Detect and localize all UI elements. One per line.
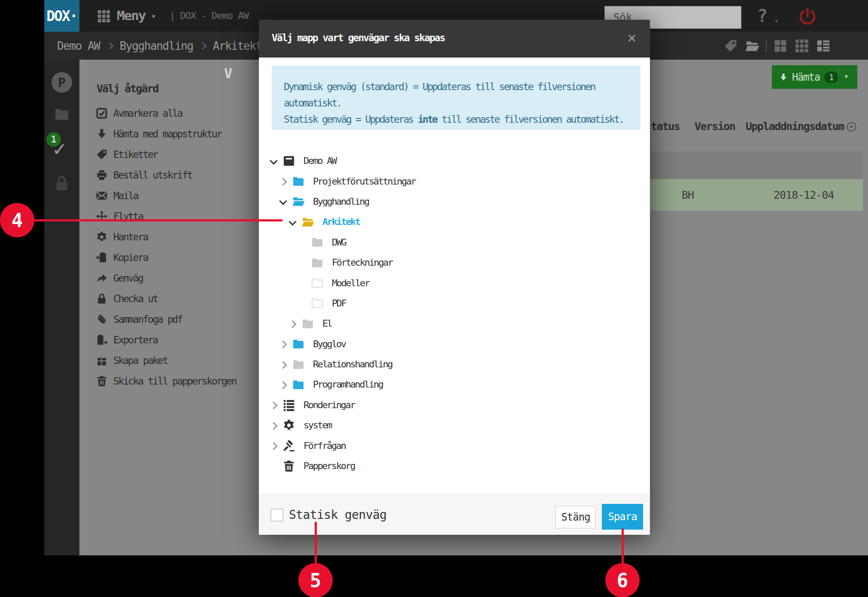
column-header-status[interactable]: tatus: [651, 120, 680, 133]
action-menu-item[interactable]: Skapa paket: [95, 350, 258, 371]
chevron-right-icon[interactable]: [269, 400, 278, 409]
lock-rail-icon[interactable]: [52, 174, 71, 193]
chevron-down-icon[interactable]: [288, 218, 297, 226]
tree-item[interactable]: Modeller: [269, 273, 638, 293]
screenshot-stage: DOX· Meny ▾ | DOX - Demo AW ? ▾ Demo AWB…: [0, 0, 868, 597]
action-menu-item-label: Etiketter: [113, 149, 158, 160]
project-icon[interactable]: P: [52, 72, 72, 93]
action-menu-item-label: Skicka till papperskorgen: [113, 376, 236, 387]
action-menu-list: Avmarkera allaHämta med mappstrukturEtik…: [95, 103, 258, 391]
tree-item[interactable]: system: [269, 415, 638, 435]
tree-item[interactable]: Förfrågan: [269, 435, 638, 455]
action-menu-item[interactable]: Flytta: [95, 206, 258, 227]
grid-view-icon[interactable]: [773, 38, 788, 54]
column-header-upload-date[interactable]: Uppladdningsdatum: [746, 120, 844, 133]
action-menu-item[interactable]: Genväg: [95, 268, 258, 288]
help-caret-icon[interactable]: ▾: [774, 17, 778, 25]
action-menu-item[interactable]: Kopiera: [95, 247, 258, 268]
view-toolbar: [723, 38, 831, 54]
close-button[interactable]: Stäng: [555, 506, 596, 528]
info-line2-pre: Statisk genväg = Uppdateras: [284, 114, 418, 125]
tree-item[interactable]: PDF: [269, 293, 638, 313]
action-menu-item[interactable]: Hantera: [95, 227, 258, 247]
annotation-circle-5: 5: [298, 563, 333, 597]
action-menu-item-label: Hämta med mappstruktur: [113, 128, 222, 139]
tree-item-label: El: [322, 318, 332, 329]
action-menu-item[interactable]: Hämta med mappstruktur: [95, 124, 258, 144]
list-view-icon[interactable]: [816, 38, 831, 54]
selection-count-badge: 1: [46, 132, 61, 147]
download-caret-icon[interactable]: ▾: [844, 72, 849, 81]
info-line2-post: till senaste filversionen automatiskt.: [437, 114, 624, 125]
action-menu-title: Välj åtgärd: [97, 82, 158, 95]
shortcut-folder-modal: Välj mapp vart genvägar ska skapas × Dyn…: [259, 20, 650, 535]
help-icon[interactable]: ?: [757, 6, 768, 26]
folder-tree: Demo AWProjektförutsättningarBygghandlin…: [269, 151, 638, 476]
sort-caret-icon[interactable]: [846, 121, 857, 133]
folder-rail-icon[interactable]: [52, 106, 71, 123]
tree-item[interactable]: Bygghandling: [269, 191, 638, 212]
share-arrow-icon: [95, 272, 108, 285]
breadcrumb-item[interactable]: Arkitekt: [213, 39, 262, 52]
action-menu-item[interactable]: Beställ utskrift: [95, 165, 258, 185]
action-menu-item[interactable]: Skicka till papperskorgen: [95, 371, 258, 391]
chevron-down-icon[interactable]: [279, 197, 287, 206]
apps-grid-icon[interactable]: [97, 9, 111, 24]
dox-logo: DOX·: [44, 0, 79, 32]
tree-item[interactable]: Förteckningar: [269, 252, 638, 273]
folder-open-blue-icon: [291, 194, 306, 208]
action-menu-item[interactable]: Checka ut: [95, 288, 258, 309]
printer-icon: [95, 169, 108, 182]
save-button[interactable]: Spara: [602, 504, 643, 530]
action-menu-item[interactable]: Etiketter: [95, 144, 258, 165]
download-button[interactable]: Hämta 1 ▾: [772, 65, 857, 89]
download-count-badge: 1: [824, 72, 839, 83]
chevron-right-icon: [107, 43, 113, 49]
tree-item[interactable]: Ronderingar: [269, 395, 638, 415]
action-menu-item[interactable]: Maila: [95, 185, 258, 206]
chevron-right-icon: [200, 43, 206, 49]
list-icon: [281, 398, 297, 412]
download-icon: [779, 73, 788, 82]
column-header-version[interactable]: Version: [695, 120, 735, 133]
breadcrumb-item[interactable]: Bygghandling: [120, 39, 193, 52]
action-menu-item-label: Beställ utskrift: [113, 170, 192, 181]
tag-icon[interactable]: [723, 38, 738, 54]
app-title: | DOX - Demo AW: [170, 10, 249, 21]
chevron-down-icon[interactable]: [269, 157, 278, 165]
chevron-right-icon[interactable]: [279, 360, 287, 369]
power-icon[interactable]: [798, 7, 817, 27]
menu-button[interactable]: Meny: [117, 8, 146, 23]
static-shortcut-checkbox[interactable]: [270, 509, 283, 521]
tree-item[interactable]: Arkitekt: [269, 212, 638, 232]
breadcrumb-item[interactable]: Demo AW: [57, 39, 100, 52]
open-folder-icon[interactable]: [744, 38, 760, 54]
action-menu-item[interactable]: Exportera: [95, 330, 258, 350]
annotation-line-4: [33, 219, 282, 221]
tree-item[interactable]: Programhandling: [269, 374, 638, 394]
menu-caret-icon[interactable]: ▾: [151, 11, 156, 21]
action-menu-item[interactable]: Sammanfoga pdf: [95, 309, 258, 330]
folder-blue-icon: [291, 337, 306, 351]
chevron-right-icon[interactable]: [279, 177, 287, 185]
chevron-right-icon[interactable]: [269, 421, 278, 430]
thumbnail-view-icon[interactable]: [794, 38, 810, 54]
action-menu-item[interactable]: Avmarkera alla: [95, 103, 258, 124]
chevron-right-icon[interactable]: [279, 339, 287, 348]
tree-item[interactable]: El: [269, 313, 638, 333]
package-icon: [95, 354, 108, 367]
chevron-placeholder: [297, 238, 306, 246]
tree-item[interactable]: Demo AW: [269, 151, 638, 171]
chevron-right-icon[interactable]: [288, 319, 297, 328]
chevron-right-icon[interactable]: [269, 441, 278, 450]
tree-item[interactable]: Papperskorg: [269, 456, 638, 476]
close-icon[interactable]: ×: [627, 30, 637, 45]
tree-item[interactable]: Bygglov: [269, 334, 638, 354]
tree-item[interactable]: Relationshandling: [269, 354, 638, 374]
folder-blue-icon: [291, 174, 306, 188]
table-row[interactable]: [650, 152, 863, 179]
tree-item[interactable]: Projektförutsättningar: [269, 171, 638, 191]
clipboard-copy-icon: [95, 251, 108, 264]
tree-item[interactable]: DWG: [269, 232, 638, 252]
chevron-right-icon[interactable]: [279, 380, 287, 389]
